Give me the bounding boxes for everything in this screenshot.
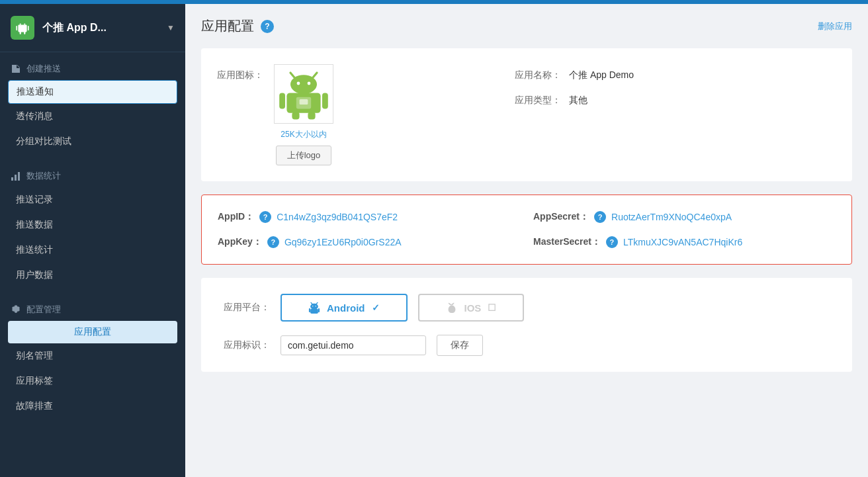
platform-card: 应用平台： Android bbox=[201, 278, 852, 372]
page-title: 应用配置 bbox=[201, 17, 254, 35]
app-meta: 应用名称： 个推 App Demo 应用类型： 其他 bbox=[508, 64, 836, 107]
app-icon-box bbox=[274, 64, 333, 124]
svg-rect-13 bbox=[279, 93, 285, 108]
svg-rect-24 bbox=[310, 309, 318, 314]
save-button[interactable]: 保存 bbox=[437, 335, 483, 356]
sidebar-item-transparent-message[interactable]: 透传消息 bbox=[0, 104, 185, 129]
app-icon-size-hint: 25K大小以内 bbox=[281, 129, 326, 140]
app-secret-help-icon[interactable]: ? bbox=[594, 211, 606, 223]
sidebar-item-trouble-shooting[interactable]: 故障排查 bbox=[0, 394, 185, 419]
ios-check-icon: ☐ bbox=[488, 302, 496, 313]
sidebar-item-user-data[interactable]: 用户数据 bbox=[0, 263, 185, 288]
page-help-icon[interactable]: ? bbox=[261, 20, 274, 33]
svg-rect-5 bbox=[15, 175, 17, 181]
sidebar-item-alias-mgmt[interactable]: 别名管理 bbox=[0, 343, 185, 369]
ios-platform-button[interactable]: IOS ☐ bbox=[418, 294, 525, 322]
sidebar-arrow-icon: ▼ bbox=[167, 23, 175, 32]
app-key-row: AppKey： ? Gq96zy1EzU6Rp0i0GrS22A bbox=[218, 236, 520, 248]
app-secret-value: RuotzAerTm9XNoQC4e0xpA bbox=[611, 212, 732, 222]
svg-rect-18 bbox=[300, 99, 308, 105]
app-info-grid: 应用图标： bbox=[217, 64, 836, 165]
android-check-icon: ✓ bbox=[372, 302, 380, 313]
master-secret-row: MasterSecret： ? LTkmuXJC9vAN5AC7HqiKr6 bbox=[533, 236, 836, 248]
svg-point-22 bbox=[312, 306, 313, 306]
app-id-label: AppID： bbox=[218, 211, 254, 223]
app-icon bbox=[11, 16, 34, 40]
app-secret-row: AppSecret： ? RuotzAerTm9XNoQC4e0xpA bbox=[533, 211, 836, 223]
app-type-row: 应用类型： 其他 bbox=[508, 95, 836, 107]
app-id-help-icon[interactable]: ? bbox=[259, 211, 271, 223]
master-secret-help-icon[interactable]: ? bbox=[606, 236, 618, 248]
svg-rect-4 bbox=[11, 177, 13, 181]
svg-rect-26 bbox=[318, 308, 320, 312]
sidebar-section-config-mgmt: 配置管理 应用配置 别名管理 应用标签 故障排查 bbox=[0, 293, 185, 424]
sidebar-section-title-config-mgmt: 配置管理 bbox=[0, 304, 185, 321]
sidebar-app-title: 个推 App D... bbox=[42, 21, 167, 35]
app-name-label: 应用名称： bbox=[508, 69, 561, 81]
app-type-label: 应用类型： bbox=[508, 95, 561, 107]
sidebar-section-create-push: 创建推送 推送通知 透传消息 分组对比测试 bbox=[0, 52, 185, 159]
app-secret-label: AppSecret： bbox=[533, 211, 589, 223]
app-name-value: 个推 App Demo bbox=[569, 69, 634, 81]
app-key-label: AppKey： bbox=[218, 236, 262, 248]
svg-point-10 bbox=[297, 82, 300, 85]
sidebar-section-title-create-push: 创建推送 bbox=[0, 63, 185, 80]
master-secret-label: MasterSecret： bbox=[533, 236, 601, 248]
upload-logo-button[interactable]: 上传logo bbox=[276, 146, 332, 165]
ios-label: IOS bbox=[464, 302, 482, 314]
main-content: 应用配置 ? 删除应用 应用图标： bbox=[185, 4, 868, 477]
identifier-input[interactable] bbox=[281, 335, 426, 355]
svg-rect-6 bbox=[18, 172, 20, 181]
app-key-help-icon[interactable]: ? bbox=[267, 236, 279, 248]
app-type-value: 其他 bbox=[569, 95, 587, 107]
sidebar: 个推 App D... ▼ 创建推送 推送通知 透传消息 分组对比测试 数据统计 bbox=[0, 4, 185, 477]
page-title-row: 应用配置 ? bbox=[201, 17, 274, 35]
svg-rect-16 bbox=[308, 112, 315, 119]
svg-point-0 bbox=[20, 23, 21, 24]
app-name-row: 应用名称： 个推 App Demo bbox=[508, 69, 836, 81]
svg-point-9 bbox=[290, 75, 317, 94]
sidebar-item-app-config[interactable]: 应用配置 bbox=[8, 321, 177, 343]
identifier-label: 应用标识： bbox=[217, 339, 270, 351]
page-header: 应用配置 ? 删除应用 bbox=[201, 17, 852, 35]
sidebar-item-push-records[interactable]: 推送记录 bbox=[0, 187, 185, 212]
platform-label: 应用平台： bbox=[217, 302, 270, 314]
app-icon-container: 25K大小以内 上传logo bbox=[274, 64, 333, 165]
svg-point-1 bbox=[24, 23, 25, 24]
svg-rect-25 bbox=[309, 308, 310, 312]
sidebar-header[interactable]: 个推 App D... ▼ bbox=[0, 4, 185, 52]
svg-rect-14 bbox=[322, 93, 328, 108]
sidebar-item-push-stats[interactable]: 推送统计 bbox=[0, 238, 185, 263]
identifier-row: 应用标识： 保存 bbox=[217, 335, 836, 356]
keys-card: AppID： ? C1n4wZg3qz9dB041QS7eF2 AppSecre… bbox=[201, 195, 852, 265]
svg-point-21 bbox=[310, 304, 318, 310]
svg-point-11 bbox=[308, 82, 311, 85]
app-id-value: C1n4wZg3qz9dB041QS7eF2 bbox=[277, 212, 398, 222]
sidebar-item-group-ab-test[interactable]: 分组对比测试 bbox=[0, 129, 185, 154]
android-platform-button[interactable]: Android ✓ bbox=[281, 294, 408, 322]
android-label: Android bbox=[327, 302, 365, 314]
delete-app-link[interactable]: 删除应用 bbox=[818, 21, 852, 32]
sidebar-item-app-tags[interactable]: 应用标签 bbox=[0, 369, 185, 394]
app-id-row: AppID： ? C1n4wZg3qz9dB041QS7eF2 bbox=[218, 211, 520, 223]
app-key-value: Gq96zy1EzU6Rp0i0GrS22A bbox=[284, 237, 402, 247]
app-info-card: 应用图标： bbox=[201, 48, 852, 181]
sidebar-section-title-data-stats: 数据统计 bbox=[0, 170, 185, 187]
svg-point-23 bbox=[316, 306, 316, 306]
app-icon-section: 应用图标： bbox=[217, 64, 495, 165]
svg-rect-15 bbox=[292, 112, 299, 119]
sidebar-item-push-notification[interactable]: 推送通知 bbox=[8, 80, 177, 104]
sidebar-section-data-stats: 数据统计 推送记录 推送数据 推送统计 用户数据 bbox=[0, 159, 185, 293]
sidebar-item-push-data[interactable]: 推送数据 bbox=[0, 212, 185, 238]
app-icon-label: 应用图标： bbox=[217, 69, 263, 81]
keys-grid: AppID： ? C1n4wZg3qz9dB041QS7eF2 AppSecre… bbox=[218, 211, 836, 248]
platform-row: 应用平台： Android bbox=[217, 294, 836, 322]
master-secret-value: LTkmuXJC9vAN5AC7HqiKr6 bbox=[623, 237, 742, 247]
